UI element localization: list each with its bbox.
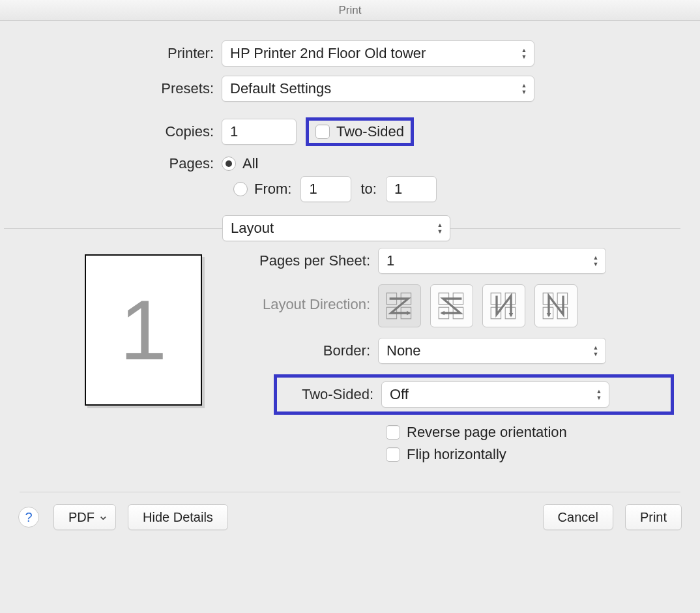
copies-label: Copies: [0, 123, 222, 140]
section-select[interactable]: Layout [222, 215, 450, 241]
preview-number: 1 [120, 281, 167, 379]
two-sided-value: Off [390, 386, 409, 403]
two-sided-label: Two-Sided: [284, 386, 381, 403]
pages-label: Pages: [0, 155, 222, 172]
stepper-icon [589, 342, 603, 360]
pages-all-radio[interactable] [222, 157, 236, 171]
pdf-dropdown-button[interactable]: PDF [53, 504, 116, 530]
presets-value: Default Settings [230, 80, 331, 97]
section-value: Layout [231, 220, 274, 237]
pages-per-sheet-label: Pages per Sheet: [235, 252, 378, 269]
printer-label: Printer: [0, 45, 222, 62]
print-dialog: Printer: HP Printer 2nd Floor Old tower … [0, 21, 700, 552]
hide-details-button[interactable]: Hide Details [128, 504, 228, 530]
pdf-label: PDF [68, 510, 95, 525]
border-label: Border: [235, 342, 378, 359]
pages-per-sheet-value: 1 [386, 252, 394, 269]
copies-value: 1 [230, 123, 238, 140]
pages-all-label: All [242, 155, 258, 172]
stepper-icon [517, 44, 531, 63]
print-button[interactable]: Print [625, 504, 682, 530]
layout-direction-z-button[interactable] [378, 284, 421, 327]
page-preview: 1 [85, 254, 202, 406]
pages-from-radio[interactable] [233, 182, 248, 196]
printer-value: HP Printer 2nd Floor Old tower [230, 45, 426, 62]
two-sided-select-highlight: Two-Sided: Off [274, 374, 674, 415]
printer-select[interactable]: HP Printer 2nd Floor Old tower [222, 40, 534, 67]
layout-direction-n-right-button[interactable] [534, 284, 577, 327]
help-button[interactable]: ? [18, 507, 39, 528]
copies-input[interactable]: 1 [222, 119, 297, 145]
z-direction-icon [385, 292, 414, 320]
reverse-orientation-checkbox[interactable] [386, 425, 400, 440]
stepper-icon [592, 385, 606, 404]
presets-select[interactable]: Default Settings [222, 76, 534, 102]
layout-direction-s-button[interactable] [430, 284, 473, 327]
pages-to-label: to: [360, 181, 376, 198]
flip-horizontally-label: Flip horizontally [407, 446, 506, 463]
print-label: Print [640, 510, 667, 525]
flip-horizontally-checkbox[interactable] [386, 447, 400, 462]
pages-from-value: 1 [309, 181, 317, 198]
cancel-button[interactable]: Cancel [543, 504, 613, 530]
two-sided-checkbox-label: Two-Sided [336, 123, 404, 140]
help-icon: ? [25, 510, 32, 525]
pages-from-input[interactable]: 1 [300, 176, 351, 202]
s-direction-icon [437, 292, 466, 320]
stepper-icon [589, 252, 603, 270]
pages-per-sheet-select[interactable]: 1 [378, 248, 606, 274]
pages-to-value: 1 [394, 181, 402, 198]
stepper-icon [517, 80, 531, 98]
layout-section: 1 Pages per Sheet: 1 Layout Direction: [0, 248, 700, 473]
n-right-direction-icon [542, 292, 570, 320]
footer: ? PDF Hide Details Cancel Print [0, 492, 700, 533]
layout-direction-label: Layout Direction: [235, 284, 378, 313]
pages-from-label: From: [254, 181, 291, 198]
border-select[interactable]: None [378, 338, 606, 364]
pages-to-input[interactable]: 1 [386, 176, 437, 202]
layout-direction-n-down-button[interactable] [482, 284, 525, 327]
two-sided-checkbox[interactable] [315, 125, 330, 139]
border-value: None [386, 342, 421, 359]
reverse-orientation-label: Reverse page orientation [407, 424, 567, 441]
window-title: Print [339, 4, 362, 16]
presets-label: Presets: [0, 80, 222, 97]
n-down-direction-icon [489, 292, 518, 320]
title-bar: Print [0, 0, 700, 21]
two-sided-checkbox-highlight: Two-Sided [306, 117, 414, 146]
stepper-icon [433, 219, 447, 237]
cancel-label: Cancel [558, 510, 598, 525]
hide-details-label: Hide Details [143, 510, 213, 525]
two-sided-select[interactable]: Off [381, 381, 609, 408]
